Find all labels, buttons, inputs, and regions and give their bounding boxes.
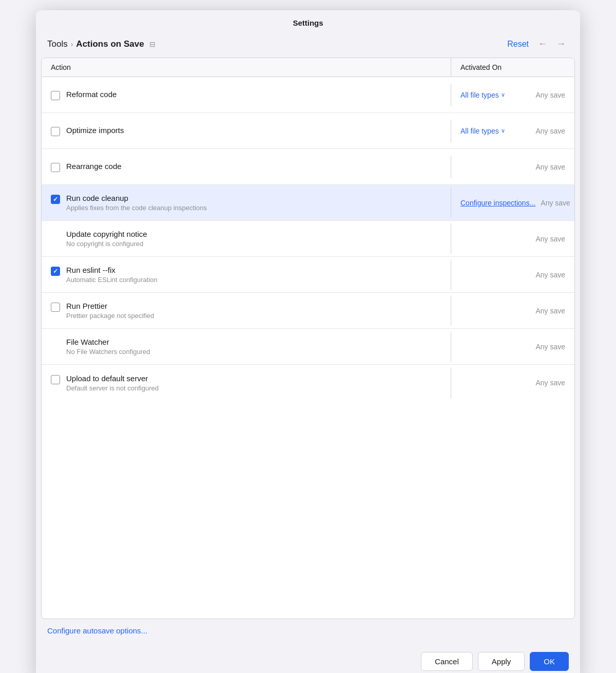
breadcrumb-current: Actions on Save [76, 39, 144, 49]
activated-on-run-eslint: Any save [535, 271, 565, 279]
table-row: Update copyright noticeNo copyright is c… [42, 221, 574, 257]
activated-on-file-watcher: Any save [535, 343, 565, 351]
row-text-wrap-upload-default-server: Upload to default serverDefault server i… [66, 374, 159, 392]
nav-back-button[interactable]: ← [535, 38, 550, 50]
checkbox-upload-default-server[interactable] [51, 375, 60, 384]
col-action-header: Action [42, 58, 451, 77]
row-label-run-prettier: Run Prettier [66, 302, 154, 310]
activated-on-reformat-code: Any save [535, 91, 565, 99]
row-text-wrap-reformat-code: Reformat code [66, 90, 117, 99]
row-text-wrap-update-copyright: Update copyright noticeNo copyright is c… [66, 230, 147, 248]
row-label-optimize-imports: Optimize imports [66, 126, 124, 135]
cancel-button[interactable]: Cancel [421, 652, 473, 671]
row-left-rearrange-code: Rearrange code [42, 156, 451, 178]
table-row: Upload to default serverDefault server i… [42, 365, 574, 401]
nav-forward-button[interactable]: → [553, 38, 569, 50]
row-right-run-prettier: Any save [451, 301, 574, 321]
breadcrumb-bar: Tools › Actions on Save ⊟ Reset ← → [36, 32, 580, 58]
row-text-wrap-run-eslint: Run eslint --fixAutomatic ESLint configu… [66, 266, 158, 284]
row-label-file-watcher: File Watcher [66, 338, 150, 346]
row-sublabel-run-eslint: Automatic ESLint configuration [66, 276, 158, 284]
row-text-wrap-file-watcher: File WatcherNo File Watchers configured [66, 338, 150, 356]
row-left-run-eslint: Run eslint --fixAutomatic ESLint configu… [42, 259, 451, 290]
row-sublabel-run-prettier: Prettier package not specified [66, 312, 154, 320]
breadcrumb-parent[interactable]: Tools [47, 39, 68, 49]
configure-link-run-code-cleanup[interactable]: Configure inspections... [460, 199, 535, 207]
row-left-upload-default-server: Upload to default serverDefault server i… [42, 368, 451, 398]
autosave-link-area: Configure autosave options... [36, 619, 580, 643]
row-right-run-eslint: Any save [451, 265, 574, 285]
row-text-wrap-run-code-cleanup: Run code cleanupApplies fixes from the c… [66, 194, 207, 212]
breadcrumb-icon: ⊟ [149, 40, 156, 48]
row-label-run-eslint: Run eslint --fix [66, 266, 158, 274]
activated-on-upload-default-server: Any save [535, 379, 565, 387]
activated-on-run-prettier: Any save [535, 307, 565, 315]
checkbox-reformat-code[interactable] [51, 91, 60, 100]
table-row: Rearrange codeAny save [42, 149, 574, 185]
checkbox-run-code-cleanup[interactable] [51, 195, 60, 204]
row-sublabel-file-watcher: No File Watchers configured [66, 348, 150, 356]
row-text-wrap-run-prettier: Run PrettierPrettier package not specifi… [66, 302, 154, 320]
row-right-upload-default-server: Any save [451, 372, 574, 393]
dialog-footer: Cancel Apply OK [36, 643, 580, 673]
activated-on-optimize-imports: Any save [535, 127, 565, 135]
table-row: Optimize importsAll file types ∨Any save [42, 113, 574, 149]
row-text-wrap-rearrange-code: Rearrange code [66, 162, 122, 171]
row-left-update-copyright: Update copyright noticeNo copyright is c… [42, 223, 451, 254]
breadcrumb-separator: › [71, 40, 73, 48]
table-header: Action Activated On [42, 58, 574, 77]
row-sublabel-run-code-cleanup: Applies fixes from the code cleanup insp… [66, 204, 207, 212]
table-row: File WatcherNo File Watchers configuredA… [42, 329, 574, 365]
row-left-file-watcher: File WatcherNo File Watchers configured [42, 331, 451, 362]
row-label-update-copyright: Update copyright notice [66, 230, 147, 238]
configure-autosave-link[interactable]: Configure autosave options... [47, 626, 147, 635]
row-right-file-watcher: Any save [451, 336, 574, 357]
table-row: Run eslint --fixAutomatic ESLint configu… [42, 257, 574, 293]
dialog-title: Settings [36, 10, 580, 32]
file-type-btn-reformat-code[interactable]: All file types ∨ [460, 91, 505, 99]
table-row: Run code cleanupApplies fixes from the c… [42, 185, 574, 221]
activated-on-update-copyright: Any save [535, 235, 565, 243]
file-type-btn-optimize-imports[interactable]: All file types ∨ [460, 127, 505, 135]
table-row: Run PrettierPrettier package not specifi… [42, 293, 574, 329]
row-action-area-run-code-cleanup: Configure inspections... [460, 198, 535, 208]
row-action-area-optimize-imports: All file types ∨ [460, 127, 505, 135]
row-sublabel-update-copyright: No copyright is configured [66, 240, 147, 248]
row-sublabel-upload-default-server: Default server is not configured [66, 384, 159, 392]
reset-button[interactable]: Reset [504, 39, 532, 50]
apply-button[interactable]: Apply [478, 652, 525, 671]
checkbox-optimize-imports[interactable] [51, 127, 60, 136]
row-text-wrap-optimize-imports: Optimize imports [66, 126, 124, 135]
table-row: Reformat codeAll file types ∨Any save [42, 77, 574, 113]
row-right-optimize-imports: All file types ∨Any save [451, 121, 574, 141]
row-right-reformat-code: All file types ∨Any save [451, 85, 574, 105]
row-label-upload-default-server: Upload to default server [66, 374, 159, 383]
row-right-update-copyright: Any save [451, 229, 574, 249]
row-label-run-code-cleanup: Run code cleanup [66, 194, 207, 202]
row-label-rearrange-code: Rearrange code [66, 162, 122, 171]
row-left-run-prettier: Run PrettierPrettier package not specifi… [42, 295, 451, 326]
checkbox-rearrange-code[interactable] [51, 163, 60, 172]
row-left-reformat-code: Reformat code [42, 84, 451, 106]
row-action-area-reformat-code: All file types ∨ [460, 91, 505, 99]
table-body: Reformat codeAll file types ∨Any saveOpt… [42, 77, 574, 401]
checkbox-run-prettier[interactable] [51, 303, 60, 312]
activated-on-run-code-cleanup: Any save [541, 199, 570, 207]
settings-dialog: Settings Tools › Actions on Save ⊟ Reset… [36, 10, 580, 673]
row-label-reformat-code: Reformat code [66, 90, 117, 99]
activated-on-rearrange-code: Any save [535, 163, 565, 171]
ok-button[interactable]: OK [530, 652, 569, 671]
row-left-optimize-imports: Optimize imports [42, 120, 451, 142]
settings-table: Action Activated On Reformat codeAll fil… [41, 58, 575, 619]
row-right-rearrange-code: Any save [451, 157, 574, 177]
row-left-run-code-cleanup: Run code cleanupApplies fixes from the c… [42, 188, 451, 218]
col-activated-header: Activated On [451, 58, 574, 77]
row-right-run-code-cleanup: Configure inspections...Any save [451, 192, 574, 214]
checkbox-run-eslint[interactable] [51, 267, 60, 276]
